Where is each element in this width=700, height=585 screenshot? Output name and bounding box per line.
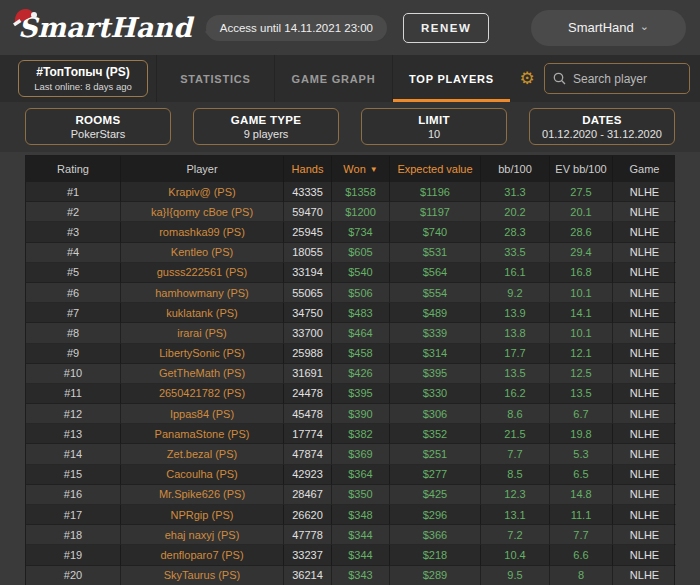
column-header-expected-value[interactable]: Expected value [390, 156, 481, 182]
cell-player[interactable]: Krapiv@ (PS) [121, 182, 284, 202]
table-row[interactable]: #9LibertySonic (PS)25988$458$31417.712.1… [26, 344, 674, 364]
table-row[interactable]: #8irarai (PS)33700$464$33913.810.1NLHE [26, 323, 674, 343]
cell-player[interactable]: Ippas84 (PS) [121, 404, 284, 424]
cell-player[interactable]: Kentleo (PS) [121, 243, 284, 263]
column-header-bb100[interactable]: bb/100 [481, 156, 550, 182]
cell-player[interactable]: Mr.Spike626 (PS) [121, 485, 284, 505]
table-row[interactable]: #12Ippas84 (PS)45478$390$3068.66.7NLHE [26, 404, 674, 424]
cell-hands: 18055 [284, 243, 332, 263]
tab-statistics[interactable]: STATISTICS [156, 55, 274, 102]
sort-desc-icon: ▼ [370, 165, 378, 174]
table-row[interactable]: #10GetTheMath (PS)31691$426$39513.512.5N… [26, 364, 674, 384]
column-header-won[interactable]: Won ▼ [332, 156, 390, 182]
search-box[interactable] [544, 63, 690, 94]
table-row[interactable]: #4Kentleo (PS)18055$605$53133.529.4NLHE [26, 243, 674, 263]
table-row[interactable]: #1Krapiv@ (PS)43335$1358$119631.327.5NLH… [26, 182, 674, 202]
table-row[interactable]: #112650421782 (PS)24478$395$33016.213.5N… [26, 384, 674, 404]
cell-player[interactable]: romashka99 (PS) [121, 222, 284, 242]
cell-player[interactable]: SkyTaurus (PS) [121, 566, 284, 585]
table-row[interactable]: #13PanamaStone (PS)17774$382$35221.519.8… [26, 424, 674, 444]
filter-label: LIMIT [418, 114, 450, 126]
table-row[interactable]: #19denfloparo7 (PS)33237$344$21810.46.6N… [26, 545, 674, 565]
table-row[interactable]: #7kuklatank (PS)34750$483$48913.914.1NLH… [26, 303, 674, 323]
cell-player[interactable]: ka}I{qomy cBoe (PS) [121, 202, 284, 222]
cell-player[interactable]: denfloparo7 (PS) [121, 545, 284, 565]
cell-hands: 47874 [284, 444, 332, 464]
renew-button[interactable]: RENEW [403, 13, 489, 43]
table-row[interactable]: #14Zet.bezal (PS)47874$369$2517.75.3NLHE [26, 444, 674, 464]
filter-game-type[interactable]: GAME TYPE 9 players [193, 108, 339, 145]
filter-rooms[interactable]: ROOMS PokerStars [25, 108, 171, 145]
filter-limit[interactable]: LIMIT 10 [361, 108, 507, 145]
cell-rating: #15 [26, 465, 121, 485]
cell-game: NLHE [613, 182, 676, 202]
cell-ev-bb100: 29.4 [550, 243, 613, 263]
cell-rating: #14 [26, 444, 121, 464]
cell-player[interactable]: Zet.bezal (PS) [121, 444, 284, 464]
cell-ev-bb100: 12.5 [550, 364, 613, 384]
table-row[interactable]: #6hamhowmany (PS)55065$506$5549.210.1NLH… [26, 283, 674, 303]
cell-won: $382 [332, 424, 390, 444]
cell-bb100: 9.2 [481, 283, 550, 303]
search-input[interactable] [573, 72, 681, 86]
table-row[interactable]: #18ehaj naxyj (PS)47778$344$3667.27.7NLH… [26, 525, 674, 545]
cell-hands: 36214 [284, 566, 332, 585]
cell-game: NLHE [613, 243, 676, 263]
cell-expected-value: $251 [390, 444, 481, 464]
column-header-game[interactable]: Game [613, 156, 676, 182]
page: SmartHand Access until 14.11.2021 23:00 … [0, 0, 700, 585]
table-row[interactable]: #3romashka99 (PS)25945$734$74028.328.6NL… [26, 222, 674, 242]
cell-bb100: 13.5 [481, 364, 550, 384]
cell-hands: 42923 [284, 465, 332, 485]
cell-player[interactable]: ehaj naxyj (PS) [121, 525, 284, 545]
table-row[interactable]: #2ka}I{qomy cBoe (PS)59470$1200$119720.2… [26, 202, 674, 222]
cell-bb100: 10.4 [481, 545, 550, 565]
cell-ev-bb100: 28.6 [550, 222, 613, 242]
table-row[interactable]: #15Cacoulha (PS)42923$364$2778.56.5NLHE [26, 465, 674, 485]
table-body: #1Krapiv@ (PS)43335$1358$119631.327.5NLH… [26, 182, 674, 585]
cell-player[interactable]: hamhowmany (PS) [121, 283, 284, 303]
cell-hands: 33237 [284, 545, 332, 565]
cell-player[interactable]: LibertySonic (PS) [121, 344, 284, 364]
cell-expected-value: $554 [390, 283, 481, 303]
cell-player[interactable]: kuklatank (PS) [121, 303, 284, 323]
cell-hands: 24478 [284, 384, 332, 404]
table-header: Rating Player Hands Won ▼ Expected value… [26, 156, 674, 182]
account-menu[interactable]: SmartHand ⌄ [531, 10, 686, 46]
player-box[interactable]: #ТопТопыч (PS) Last online: 8 days ago [18, 60, 148, 97]
table-row[interactable]: #17NPRgip (PS)26620$348$29613.111.1NLHE [26, 505, 674, 525]
cell-game: NLHE [613, 364, 676, 384]
cell-game: NLHE [613, 444, 676, 464]
cell-player[interactable]: PanamaStone (PS) [121, 424, 284, 444]
cell-hands: 34750 [284, 303, 332, 323]
players-table: Rating Player Hands Won ▼ Expected value… [25, 155, 675, 585]
column-header-hands[interactable]: Hands [284, 156, 332, 182]
tab-top-players[interactable]: TOP PLAYERS [392, 55, 510, 102]
cell-bb100: 28.3 [481, 222, 550, 242]
column-header-player[interactable]: Player [121, 156, 284, 182]
tab-game-graph[interactable]: GAME GRAPH [274, 55, 392, 102]
filter-dates[interactable]: DATES 01.12.2020 - 31.12.2020 [529, 108, 675, 145]
cell-won: $1200 [332, 202, 390, 222]
cell-bb100: 21.5 [481, 424, 550, 444]
column-header-ev-bb100[interactable]: EV bb/100 [550, 156, 613, 182]
cell-hands: 25945 [284, 222, 332, 242]
settings-gear-icon[interactable]: ⚙ [510, 55, 544, 102]
cell-player[interactable]: GetTheMath (PS) [121, 364, 284, 384]
cell-player[interactable]: Cacoulha (PS) [121, 465, 284, 485]
column-header-rating[interactable]: Rating [26, 156, 121, 182]
cell-player[interactable]: NPRgip (PS) [121, 505, 284, 525]
cell-player[interactable]: 2650421782 (PS) [121, 384, 284, 404]
table-row[interactable]: #5gusss222561 (PS)33194$540$56416.116.8N… [26, 263, 674, 283]
table-row[interactable]: #20SkyTaurus (PS)36214$343$2899.58NLHE [26, 566, 674, 585]
cell-bb100: 13.9 [481, 303, 550, 323]
cell-game: NLHE [613, 485, 676, 505]
table-row[interactable]: #16Mr.Spike626 (PS)28467$350$42512.314.8… [26, 485, 674, 505]
cell-won: $483 [332, 303, 390, 323]
filter-value: 01.12.2020 - 31.12.2020 [542, 128, 662, 140]
cell-player[interactable]: gusss222561 (PS) [121, 263, 284, 283]
access-badge: Access until 14.11.2021 23:00 [206, 15, 387, 41]
cell-bb100: 20.2 [481, 202, 550, 222]
cell-game: NLHE [613, 505, 676, 525]
cell-player[interactable]: irarai (PS) [121, 323, 284, 343]
